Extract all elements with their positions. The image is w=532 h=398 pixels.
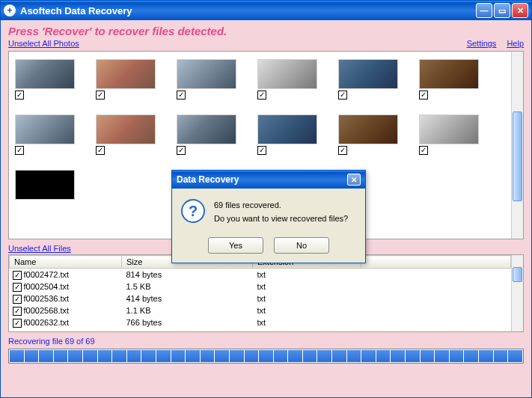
file-name: f0002536.txt [24, 294, 70, 303]
photo-scrollbar[interactable] [511, 52, 523, 239]
table-row[interactable]: ✓ f0002568.txt1.1 KBtxt [10, 304, 511, 316]
photo-item[interactable]: ✓ [338, 114, 398, 155]
file-name: f0002472.txt [24, 270, 70, 279]
photo-checkbox[interactable]: ✓ [338, 146, 347, 155]
dialog-title: Data Recovery [177, 174, 239, 185]
photo-checkbox[interactable]: ✓ [15, 146, 24, 155]
thumbnail[interactable] [15, 59, 75, 89]
table-row[interactable]: ✓ f0002536.txt414 bytestxt [10, 293, 511, 304]
file-checkbox[interactable]: ✓ [13, 295, 22, 304]
progress-label: Recovering file 69 of 69 [8, 337, 524, 346]
file-table: Name Size Extension ✓ f0002472.txt814 by… [9, 255, 511, 328]
file-name: f0002504.txt [24, 282, 70, 291]
file-checkbox[interactable]: ✓ [13, 307, 22, 316]
table-row[interactable]: ✓ f0002504.txt1.5 KBtxt [10, 281, 511, 293]
file-ext: txt [253, 281, 361, 293]
file-size: 766 bytes [122, 316, 253, 328]
file-panel: Name Size Extension ✓ f0002472.txt814 by… [8, 254, 524, 332]
yes-button[interactable]: Yes [208, 237, 263, 254]
photo-checkbox[interactable]: ✓ [96, 91, 105, 100]
no-button[interactable]: No [274, 237, 329, 254]
file-name: f0002568.txt [24, 306, 70, 315]
thumbnail[interactable] [338, 114, 398, 144]
photo-item[interactable]: ✓ [419, 59, 479, 100]
thumbnail[interactable] [15, 170, 75, 200]
file-ext: txt [253, 293, 361, 304]
photo-checkbox[interactable]: ✓ [15, 91, 24, 100]
file-ext: txt [253, 316, 361, 328]
file-name: f0002632.txt [24, 318, 70, 327]
table-row[interactable]: ✓ f0002472.txt814 bytestxt [10, 269, 511, 281]
dialog-close-button[interactable]: ✕ [347, 174, 361, 186]
unselect-all-files-link[interactable]: Unselect All Files [8, 244, 71, 253]
photo-checkbox[interactable]: ✓ [257, 91, 266, 100]
photo-checkbox[interactable]: ✓ [177, 146, 186, 155]
photo-item[interactable]: ✓ [15, 114, 75, 155]
photo-item[interactable]: ✓ [257, 114, 317, 155]
instruction-text: Press 'Recover' to recover files detecte… [8, 25, 524, 37]
file-checkbox[interactable]: ✓ [13, 319, 22, 328]
dialog-titlebar[interactable]: Data Recovery ✕ [172, 171, 365, 189]
photo-checkbox[interactable]: ✓ [96, 146, 105, 155]
dialog-body: ? 69 files recovered. Do you want to vie… [172, 189, 365, 263]
content-area: Press 'Recover' to recover files detecte… [1, 20, 531, 397]
dialog-line1: 69 files recovered. [214, 199, 348, 212]
photo-item[interactable]: ✓ [338, 59, 398, 100]
thumbnail[interactable] [177, 59, 236, 89]
file-size: 1.5 KB [122, 281, 253, 293]
photo-item[interactable]: ✓ [177, 59, 236, 100]
main-window: + Asoftech Data Recovery — ▭ ✕ Press 'Re… [0, 0, 532, 398]
photo-checkbox[interactable]: ✓ [257, 146, 266, 155]
photo-item[interactable]: ✓ [257, 59, 317, 100]
minimize-button[interactable]: — [476, 3, 492, 18]
file-checkbox[interactable]: ✓ [13, 283, 22, 292]
photo-item[interactable]: ✓ [96, 59, 156, 100]
photo-item[interactable]: ✓ [177, 114, 236, 155]
titlebar[interactable]: + Asoftech Data Recovery — ▭ ✕ [1, 1, 531, 20]
file-size: 814 bytes [122, 269, 253, 281]
thumbnail[interactable] [257, 59, 317, 89]
thumbnail[interactable] [257, 114, 317, 144]
file-ext: txt [253, 304, 361, 316]
file-checkbox[interactable]: ✓ [13, 271, 22, 280]
photo-checkbox[interactable]: ✓ [177, 91, 186, 100]
thumbnail[interactable] [338, 59, 398, 89]
dialog-line2: Do you want to view recovered files? [214, 212, 348, 226]
thumbnail[interactable] [96, 114, 156, 144]
file-size: 414 bytes [122, 293, 253, 304]
app-icon: + [4, 4, 16, 16]
thumbnail[interactable] [96, 59, 156, 89]
file-ext: txt [253, 269, 361, 281]
photo-item[interactable]: ✓ [419, 114, 479, 155]
close-button[interactable]: ✕ [512, 3, 528, 18]
help-link[interactable]: Help [507, 39, 524, 48]
scrollbar-thumb[interactable] [513, 267, 522, 282]
question-icon: ? [181, 199, 205, 223]
maximize-button[interactable]: ▭ [494, 3, 510, 18]
thumbnail[interactable] [419, 114, 479, 144]
progress-bar [8, 349, 524, 364]
recovery-dialog: Data Recovery ✕ ? 69 files recovered. Do… [171, 170, 366, 263]
window-title: Asoftech Data Recovery [20, 5, 132, 16]
file-scrollbar[interactable] [511, 255, 523, 331]
col-name[interactable]: Name [10, 256, 122, 269]
col-blank[interactable] [361, 256, 511, 269]
dialog-text: 69 files recovered. Do you want to view … [214, 199, 348, 225]
top-link-row: Unselect All Photos Settings Help [8, 39, 524, 48]
file-size: 1.1 KB [122, 304, 253, 316]
table-row[interactable]: ✓ f0002632.txt766 bytestxt [10, 316, 511, 328]
scrollbar-thumb[interactable] [513, 111, 522, 201]
settings-link[interactable]: Settings [467, 39, 497, 48]
photo-item[interactable] [15, 170, 75, 200]
photo-item[interactable]: ✓ [96, 114, 156, 155]
thumbnail[interactable] [419, 59, 479, 89]
unselect-all-photos-link[interactable]: Unselect All Photos [8, 39, 79, 48]
thumbnail[interactable] [177, 114, 236, 144]
photo-item[interactable]: ✓ [15, 59, 75, 100]
thumbnail[interactable] [15, 114, 75, 144]
photo-checkbox[interactable]: ✓ [419, 146, 428, 155]
photo-checkbox[interactable]: ✓ [338, 91, 347, 100]
photo-checkbox[interactable]: ✓ [419, 91, 428, 100]
